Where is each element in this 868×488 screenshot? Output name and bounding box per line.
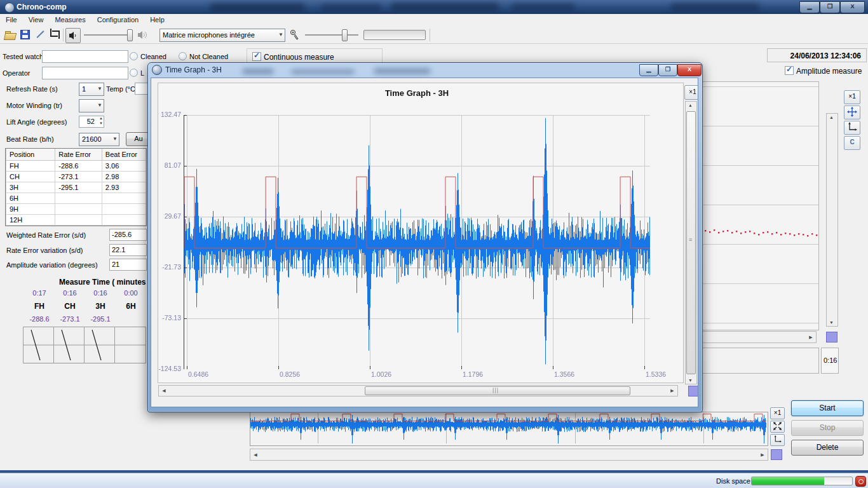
spinner-up-icon[interactable]: ▲ [99,116,103,120]
operator-input[interactable] [42,67,128,79]
speaker-button[interactable] [65,28,81,43]
volume-slider-thumb[interactable] [127,29,133,41]
scroll-up-icon[interactable]: ▲ [686,103,695,107]
thumb-grip: ||| [492,387,499,393]
lubricated-radio[interactable] [130,69,138,77]
start-button[interactable]: Start [791,400,864,416]
pencil-icon[interactable] [34,28,47,41]
menu-measures[interactable]: Measures [49,14,91,24]
strip-corner-button[interactable] [771,449,782,460]
close-button[interactable]: X [840,1,865,13]
table-cell: 6H [6,193,55,204]
time-graph-window[interactable]: Time Graph - 3H ▁ ❒ X Time Graph - 3H ×1… [147,62,703,412]
table-row[interactable]: 12H [6,215,146,226]
live-strip-canvas [250,413,766,444]
amplitude-measure-label: Amplitude measure [796,67,862,76]
amplitude-measure-checkbox[interactable]: ✓ [785,66,794,75]
mic-gain-slider-track[interactable] [305,34,358,36]
minimize-button[interactable]: ▁ [799,1,820,13]
scroll-left-icon[interactable]: ◀ [161,388,167,393]
measure-position: 6H [116,302,146,311]
scroll-right-icon[interactable]: ▶ [808,335,814,340]
amp-zoom1-button[interactable]: ×1 [844,90,860,104]
open-icon[interactable] [4,28,17,41]
close-button[interactable]: X [677,64,702,76]
table-row[interactable]: 6H [6,193,146,204]
time-graph-title: Time Graph - 3H [165,65,222,74]
time-graph-canvas[interactable] [184,115,650,369]
refresh-rate-select[interactable]: 1 ▼ [79,83,104,96]
measure-position: 3H [85,302,116,311]
not-cleaned-radio[interactable] [179,52,187,60]
table-header-beat-error[interactable]: Beat Error [102,149,146,161]
record-icon[interactable] [855,476,866,487]
amp-c-button[interactable]: C [844,136,860,150]
measure-time: 0:16 [55,289,85,297]
table-header-rate-error[interactable]: Rate Error [55,149,102,161]
vscroll-thumb[interactable]: ≡ [686,111,696,374]
blurred-text [512,4,575,10]
amp-axes-button[interactable] [844,121,860,135]
graph-hscrollbar[interactable]: ◀ ▶ ||| [158,385,678,396]
amp-pan-button[interactable] [844,105,860,119]
tested-watch-input[interactable] [42,50,128,63]
crop-icon[interactable] [48,28,61,41]
table-cell [102,193,146,204]
scroll-down-icon[interactable]: ▼ [827,320,836,325]
amplitude-corner-button[interactable] [826,332,837,342]
disk-progress [751,477,853,485]
save-icon[interactable] [19,28,32,41]
lift-angle-spinner[interactable]: 52 ▲ ▼ [79,116,104,128]
microphone-select[interactable]: Matrice microphones intégrée ▼ [159,29,285,42]
restore-button[interactable]: ❒ [820,1,840,13]
spinner-down-icon[interactable]: ▼ [99,121,103,125]
table-cell: 3H [6,182,55,193]
lift-angle-label: Lift Angle (degrees) [6,118,67,126]
blurred-text [291,69,355,74]
scroll-left-icon[interactable]: ◀ [252,452,259,458]
menu-file[interactable]: File [0,14,23,24]
chevron-down-icon: ▼ [97,102,102,108]
scroll-up-icon[interactable]: ▲ [827,115,836,119]
cleaned-radio[interactable] [130,52,138,60]
scroll-down-icon[interactable]: ▼ [686,378,695,383]
graph-vscrollbar[interactable]: ▲ ▼ ≡ [685,101,697,384]
table-row[interactable]: CH-273.12.98 [6,172,146,182]
menu-help[interactable]: Help [144,14,170,24]
table-row[interactable]: FH-288.63.06 [6,161,146,172]
continuous-measure-checkbox[interactable]: ✓ [252,52,261,61]
strip-zoom1-button[interactable]: ×1 [770,407,785,419]
lubricated-label: L [140,69,144,77]
table-row[interactable]: 3H-295.12.93 [6,182,146,193]
microphone-select-value: Matrice microphones intégrée [163,31,255,39]
strip-hscrollbar[interactable]: ◀ ▶ [250,449,768,461]
hscroll-thumb[interactable]: ||| [365,386,630,395]
graph-zoom1-button[interactable]: ×1 [684,85,698,100]
mic-gain-slider-thumb[interactable] [342,29,348,41]
motor-winding-select[interactable]: ▼ [79,99,104,112]
table-header-position[interactable]: Position [6,149,55,161]
check-icon: ✓ [254,51,260,60]
amplitude-vscrollbar[interactable]: ▲ ▼ [826,113,838,327]
delete-button[interactable]: Delete [791,440,864,456]
measure-value: -295.1 [85,315,116,323]
graph-corner-button[interactable] [688,386,698,396]
menu-view[interactable]: View [23,14,50,24]
volume-slider-track[interactable] [84,34,130,36]
strip-axes-button[interactable] [770,434,785,446]
scroll-right-icon[interactable]: ▶ [669,388,675,393]
position-table[interactable]: PositionRate ErrorBeat ErrorFH-288.63.06… [5,148,147,226]
statusbar: Disk space [0,473,868,488]
restore-button[interactable]: ❒ [658,64,677,76]
rate-error-variation-value: 22.1 [109,244,147,256]
app-icon [4,3,15,13]
minimize-button[interactable]: ▁ [639,64,658,76]
stop-button[interactable]: Stop [791,420,864,436]
table-row[interactable]: 9H [6,204,146,215]
scroll-right-icon[interactable]: ▶ [759,452,766,458]
menu-configuration[interactable]: Configuration [92,14,144,24]
microphone-icon[interactable] [289,29,301,41]
time-graph-titlebar[interactable]: Time Graph - 3H ▁ ❒ X [148,63,702,78]
strip-expand-button[interactable] [770,421,785,433]
beat-rate-select[interactable]: 21600 ▼ [79,133,119,146]
